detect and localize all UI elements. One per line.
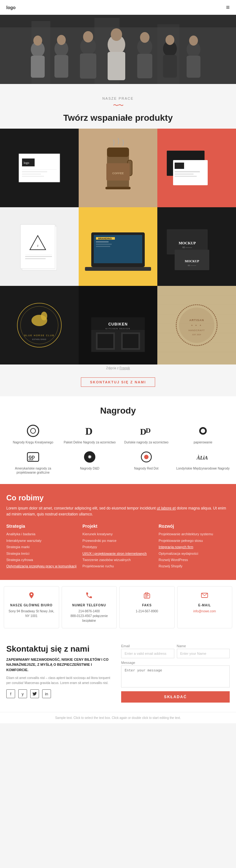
svg-text:MOCKUP: MOCKUP xyxy=(179,241,196,245)
svg-rect-35 xyxy=(22,176,44,177)
biuro-text: Sony 94 Broadway St Nowy Jok, NY 1001 xyxy=(7,609,56,618)
telefon-title: NUMER TELEFONU xyxy=(65,603,114,607)
rozwoj-item-3[interactable]: Integracja nowych firm xyxy=(158,545,230,550)
email-label: Email xyxy=(121,644,174,648)
contact-card-email: E-MAIL info@nowe.com xyxy=(177,586,233,628)
contact-cards-section: NASZE GŁÓWNE BIURO Sony 94 Broadway St N… xyxy=(0,580,236,634)
svg-rect-38 xyxy=(107,148,129,157)
portfolio-item-8[interactable]: CUBIKEN KITCHEN DESIGN xyxy=(79,286,157,365)
award-item-2: D Pakiet Deline Nagrody za wzornictwo xyxy=(63,423,116,444)
award-item-1: Nagrody Kręgu Kreatywnego xyxy=(6,423,60,444)
projekt-item-3: Prototypy xyxy=(83,545,153,550)
skontaktuj-title: Skontaktuj się z nami xyxy=(6,644,115,654)
svg-rect-49 xyxy=(175,176,197,177)
award-item-5: GD USA Amerykańskie nagrody za projektow… xyxy=(6,450,60,474)
award-label-6: Nagrody D&D xyxy=(80,466,99,470)
svg-rect-48 xyxy=(175,174,194,175)
facebook-icon[interactable]: f xyxy=(6,689,15,698)
portfolio-item-4[interactable]: Z xyxy=(0,207,79,286)
svg-text:ESTABLISHED: ESTABLISHED xyxy=(32,338,46,340)
svg-text:MOCKUP: MOCKUP xyxy=(185,259,199,263)
projekt-item-1: Kierunek kreatywny xyxy=(83,532,153,536)
portfolio-item-3[interactable] xyxy=(157,129,236,207)
award-icon-7 xyxy=(139,450,154,465)
strategia-item-2: Interaktywne warsztaty xyxy=(6,538,78,543)
projekt-item-4[interactable]: UI/UX i projektowanie stron internetowyc… xyxy=(83,551,153,556)
twitter-icon[interactable] xyxy=(30,689,39,698)
svg-text:02 ———: 02 ——— xyxy=(188,265,196,267)
section-label: NASZE PRACE xyxy=(0,97,236,100)
projekt-item-2: Przewodniki po marce xyxy=(83,538,153,543)
award-label-5: Amerykańskie nagrody za projektowanie gr… xyxy=(6,466,60,474)
co-robimy-link[interactable]: ut labore et xyxy=(157,506,176,510)
email-field-wrap: Email xyxy=(121,644,174,658)
portfolio-item-7[interactable]: BLUE HORSE CLUB ESTABLISHED xyxy=(0,286,79,365)
portfolio-item-9[interactable]: ARTISAN ✦ ✦ ✦ HANDCRAFT EST. 2024 xyxy=(157,286,236,365)
name-label: Name xyxy=(177,644,230,648)
svg-rect-28 xyxy=(19,154,60,182)
linkedin-icon[interactable]: in xyxy=(42,689,51,698)
youtube-icon[interactable]: y xyxy=(18,689,27,698)
svg-rect-47 xyxy=(175,171,200,172)
svg-text:USA: USA xyxy=(29,459,33,461)
svg-text:BLUE HORSE CLUB: BLUE HORSE CLUB xyxy=(24,334,54,337)
contact-card-telefon: NUMER TELEFONU 214-9876-1400888-0123-456… xyxy=(62,586,117,628)
svg-rect-123 xyxy=(145,597,148,597)
awards-grid: Nagrody Kręgu Kreatywnego D Pakiet Delin… xyxy=(6,423,230,474)
submit-button[interactable]: SKŁADAĆ xyxy=(121,691,230,703)
svg-text:BRANDING: BRANDING xyxy=(98,237,112,240)
contact-button[interactable]: SKONTAKTUJ SIĘ Z NAMI xyxy=(81,377,155,387)
svg-text:COFFEE: COFFEE xyxy=(112,172,124,175)
location-icon xyxy=(7,592,56,601)
hamburger-icon[interactable]: ≡ xyxy=(226,4,230,11)
award-icon-1 xyxy=(26,423,40,438)
email-icon xyxy=(181,592,229,601)
faks-title: FAKS xyxy=(123,603,171,607)
svg-rect-56 xyxy=(25,256,52,257)
portfolio-item-6[interactable]: MOCKUP 02 ——— MOCKUP 02 ——— xyxy=(157,207,236,286)
footer-note: Sample text. Click to select the text bo… xyxy=(0,712,236,723)
co-robimy-section: Co robimy Lorem ipsum dolor sit amet, co… xyxy=(0,484,236,580)
strategia-item-6[interactable]: Optymalizacja przepływu pracy w komunika… xyxy=(6,564,78,568)
award-icon-8: ÀLiA xyxy=(196,450,210,465)
svg-rect-34 xyxy=(22,174,41,175)
portfolio-title: Twórz wspaniałe produkty xyxy=(0,113,236,123)
strategia-item-4: Strategia treści xyxy=(6,551,78,556)
contact-button-wrap: SKONTAKTUJ SIĘ Z NAMI xyxy=(0,377,236,387)
award-item-7: Nagrody Red Dot xyxy=(120,450,173,474)
contact-card-biuro: NASZE GŁÓWNE BIURO Sony 94 Broadway St N… xyxy=(4,586,59,628)
name-input[interactable] xyxy=(177,649,230,658)
svg-text:D: D xyxy=(85,426,92,437)
skontaktuj-section: Skontaktuj się z nami ZAPEWNIAMY NIEZAWO… xyxy=(0,634,236,712)
rozwoj-item-5: Rozwój WordPress xyxy=(158,558,230,562)
phone-icon xyxy=(65,592,114,601)
svg-text:HANDCRAFT: HANDCRAFT xyxy=(188,329,205,332)
svg-text:ARTISAN: ARTISAN xyxy=(189,318,204,322)
svg-point-105 xyxy=(27,425,39,436)
svg-rect-122 xyxy=(145,595,149,596)
form-row-1: Email Name xyxy=(121,644,230,658)
strategia-item-3: Strategia marki xyxy=(6,545,78,550)
social-icons: f y in xyxy=(6,689,115,698)
email-input[interactable] xyxy=(121,649,174,658)
award-label-2: Pakiet Deline Nagrody za wzornictwo xyxy=(64,440,116,444)
svg-rect-39 xyxy=(106,187,130,189)
rozwoj-item-2: Projektowanie pełnego stosu xyxy=(158,538,230,543)
svg-rect-87 xyxy=(97,334,113,348)
message-label: Message xyxy=(121,661,230,664)
svg-rect-88 xyxy=(123,334,139,348)
col-strategia-title: Strategia xyxy=(6,524,78,529)
svg-text:D: D xyxy=(146,427,151,434)
faks-text: 1-214-567-8900 xyxy=(123,609,171,614)
svg-rect-66 xyxy=(96,246,110,247)
portfolio-item-5[interactable]: BRANDING xyxy=(79,207,157,286)
svg-rect-33 xyxy=(22,171,47,172)
svg-text:❋: ❋ xyxy=(88,455,92,460)
co-col-rozwoj: Rozwój Projektowanie architektury system… xyxy=(158,524,230,570)
rozwoj-item-1: Projektowanie architektury systemu xyxy=(158,532,230,536)
portfolio-item-1[interactable]: logo xyxy=(0,129,79,207)
award-label-8: Londyńskie Międzynarodowe Nagrody xyxy=(176,466,230,470)
message-textarea[interactable] xyxy=(121,665,230,687)
portfolio-item-2[interactable]: COFFEE xyxy=(79,129,157,207)
telefon-text: 214-9876-1400888-0123-4567 połączenie be… xyxy=(65,609,114,623)
